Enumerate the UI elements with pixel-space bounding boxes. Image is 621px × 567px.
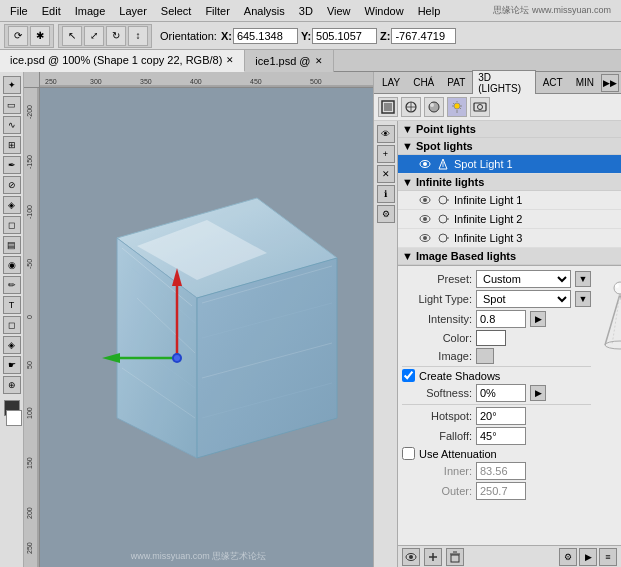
pbb-settings-btn[interactable]: ⚙ bbox=[559, 548, 577, 566]
lt-crop[interactable]: ⊞ bbox=[3, 136, 21, 154]
spot-light-1-eye[interactable] bbox=[418, 157, 432, 171]
spot-lights-header[interactable]: ▼ Spot lights bbox=[398, 138, 621, 155]
pib-camera-btn[interactable] bbox=[470, 97, 490, 117]
ruler-left: -200 -150 -100 -50 0 50 100 150 200 250 bbox=[24, 88, 40, 567]
panel-tab-min[interactable]: MIN bbox=[570, 75, 600, 90]
pib-material-btn[interactable] bbox=[424, 97, 444, 117]
outer-row: Outer: bbox=[402, 482, 591, 500]
menu-image[interactable]: Image bbox=[69, 3, 112, 19]
infinite-lights-header[interactable]: ▼ Infinite lights bbox=[398, 174, 621, 191]
lt-gradient[interactable]: ▤ bbox=[3, 236, 21, 254]
softness-input[interactable] bbox=[476, 384, 526, 402]
tab-close-ice[interactable]: ✕ bbox=[226, 55, 234, 65]
infinite-light-3-eye[interactable] bbox=[418, 231, 432, 245]
pib-scene-btn[interactable] bbox=[378, 97, 398, 117]
pli-del[interactable]: ✕ bbox=[377, 165, 395, 183]
pib-mesh-btn[interactable] bbox=[401, 97, 421, 117]
menu-layer[interactable]: Layer bbox=[113, 3, 153, 19]
tool-btn-3[interactable]: ↖ bbox=[62, 26, 82, 46]
lt-eraser[interactable]: ◻ bbox=[3, 216, 21, 234]
lt-burn[interactable]: ◉ bbox=[3, 256, 21, 274]
lt-hand[interactable]: ☛ bbox=[3, 356, 21, 374]
hotspot-input[interactable] bbox=[476, 407, 526, 425]
menu-window[interactable]: Window bbox=[359, 3, 410, 19]
intensity-input[interactable] bbox=[476, 310, 526, 328]
pli-eye[interactable]: 👁 bbox=[377, 125, 395, 143]
preset-arrow[interactable]: ▼ bbox=[575, 271, 591, 287]
tool-btn-1[interactable]: ⟳ bbox=[8, 26, 28, 46]
x-input[interactable] bbox=[233, 28, 298, 44]
svg-point-52 bbox=[478, 105, 483, 110]
tool-btn-4[interactable]: ⤢ bbox=[84, 26, 104, 46]
menu-help[interactable]: Help bbox=[412, 3, 447, 19]
use-attenuation-check[interactable] bbox=[402, 447, 415, 460]
infinite-light-2-eye[interactable] bbox=[418, 212, 432, 226]
panel-tab-pat[interactable]: PAT bbox=[441, 75, 471, 90]
main-layout: ✦ ▭ ∿ ⊞ ✒ ⊘ ◈ ◻ ▤ ◉ ✏ T ◻ ◈ ☛ ⊕ 250 300 … bbox=[0, 72, 621, 567]
tab-ice-psd[interactable]: ice.psd @ 100% (Shape 1 copy 22, RGB/8) … bbox=[0, 50, 245, 72]
tool-btn-5[interactable]: ↻ bbox=[106, 26, 126, 46]
light-type-label: Light Type: bbox=[402, 293, 472, 305]
image-based-lights-header[interactable]: ▼ Image Based lights bbox=[398, 248, 621, 265]
pbb-more-btn[interactable]: ≡ bbox=[599, 548, 617, 566]
infinite-light-1-item[interactable]: Infinite Light 1 bbox=[398, 191, 621, 210]
tab-close-ice1[interactable]: ✕ bbox=[315, 56, 323, 66]
tool-btn-6[interactable]: ↕ bbox=[128, 26, 148, 46]
spot-light-1-item[interactable]: Spot Light 1 bbox=[398, 155, 621, 174]
tool-btn-2[interactable]: ✱ bbox=[30, 26, 50, 46]
intensity-arrow[interactable]: ▶ bbox=[530, 311, 546, 327]
pbb-render-btn[interactable]: ▶ bbox=[579, 548, 597, 566]
preset-select[interactable]: Custom Default Day Light Night bbox=[476, 270, 571, 288]
inner-row: Inner: bbox=[402, 462, 591, 480]
lt-lasso[interactable]: ∿ bbox=[3, 116, 21, 134]
lt-zoom[interactable]: ⊕ bbox=[3, 376, 21, 394]
infinite-light-2-item[interactable]: Infinite Light 2 bbox=[398, 210, 621, 229]
menu-view[interactable]: View bbox=[321, 3, 357, 19]
y-input[interactable] bbox=[312, 28, 377, 44]
point-lights-header[interactable]: ▼ Point lights bbox=[398, 121, 621, 138]
softness-arrow[interactable]: ▶ bbox=[530, 385, 546, 401]
pli-cfg[interactable]: ⚙ bbox=[377, 205, 395, 223]
pli-info[interactable]: ℹ bbox=[377, 185, 395, 203]
svg-marker-34 bbox=[102, 353, 120, 363]
menu-analysis[interactable]: Analysis bbox=[238, 3, 291, 19]
tab-ice1-psd[interactable]: ice1.psd @ ✕ bbox=[245, 50, 333, 72]
lt-stamp[interactable]: ◈ bbox=[3, 196, 21, 214]
outer-input[interactable] bbox=[476, 482, 526, 500]
infinite-light-1-eye[interactable] bbox=[418, 193, 432, 207]
lt-bg-color[interactable] bbox=[6, 410, 22, 426]
pbb-eye-btn[interactable] bbox=[402, 548, 420, 566]
inner-input[interactable] bbox=[476, 462, 526, 480]
menu-filter[interactable]: Filter bbox=[199, 3, 235, 19]
panel-icon-bar bbox=[374, 94, 621, 121]
panel-tab-3d[interactable]: 3D (LIGHTS) bbox=[472, 70, 535, 96]
lt-brush[interactable]: ⊘ bbox=[3, 176, 21, 194]
z-input[interactable] bbox=[391, 28, 456, 44]
falloff-input[interactable] bbox=[476, 427, 526, 445]
infinite-light-3-item[interactable]: Infinite Light 3 bbox=[398, 229, 621, 248]
pib-light-btn[interactable] bbox=[447, 97, 467, 117]
menu-file[interactable]: File bbox=[4, 3, 34, 19]
menu-edit[interactable]: Edit bbox=[36, 3, 67, 19]
panel-tab-cha[interactable]: CHÁ bbox=[407, 75, 440, 90]
create-shadows-check[interactable] bbox=[402, 369, 415, 382]
color-swatch[interactable] bbox=[476, 330, 506, 346]
lt-pen[interactable]: ✏ bbox=[3, 276, 21, 294]
lt-path[interactable]: ◻ bbox=[3, 316, 21, 334]
pli-add[interactable]: + bbox=[377, 145, 395, 163]
lt-text[interactable]: T bbox=[3, 296, 21, 314]
menu-select[interactable]: Select bbox=[155, 3, 198, 19]
panel-collapse-icon[interactable]: ▶▶ bbox=[601, 74, 619, 92]
pbb-add-btn[interactable] bbox=[424, 548, 442, 566]
lt-move[interactable]: ✦ bbox=[3, 76, 21, 94]
lt-eyedrop[interactable]: ✒ bbox=[3, 156, 21, 174]
pbb-del-btn[interactable] bbox=[446, 548, 464, 566]
panel-tab-lay[interactable]: LAY bbox=[376, 75, 406, 90]
menu-3d[interactable]: 3D bbox=[293, 3, 319, 19]
panel-tab-act[interactable]: ACT bbox=[537, 75, 569, 90]
light-type-arrow[interactable]: ▼ bbox=[575, 291, 591, 307]
falloff-label: Falloff: bbox=[402, 430, 472, 442]
lt-3d[interactable]: ◈ bbox=[3, 336, 21, 354]
lt-select-rect[interactable]: ▭ bbox=[3, 96, 21, 114]
light-type-select[interactable]: Spot Point Infinite bbox=[476, 290, 571, 308]
